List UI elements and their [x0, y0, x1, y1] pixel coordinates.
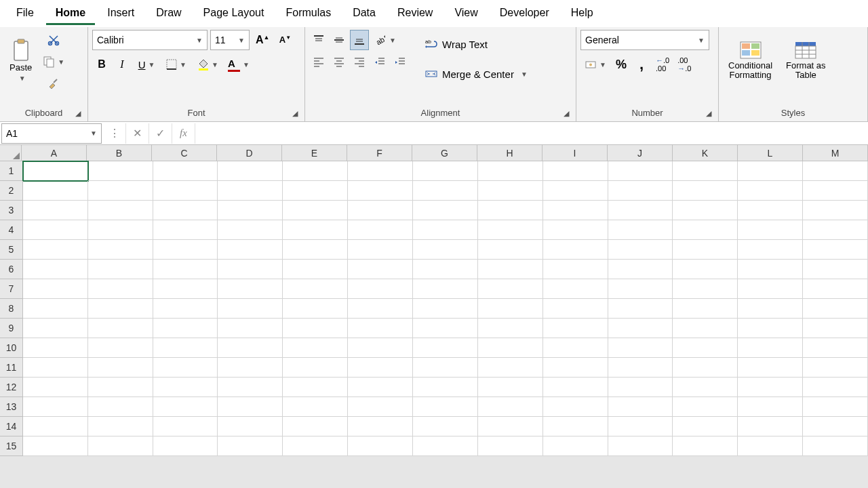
cell[interactable]	[348, 417, 413, 436]
cell[interactable]	[803, 338, 868, 358]
cell[interactable]	[413, 338, 478, 358]
comma-style-button[interactable]: ,	[632, 54, 651, 75]
cell[interactable]	[348, 240, 413, 260]
cell[interactable]	[413, 358, 478, 378]
cell[interactable]	[478, 181, 543, 201]
cell[interactable]	[153, 378, 218, 397]
cell[interactable]	[413, 181, 478, 201]
column-header[interactable]: J	[608, 145, 673, 161]
cell[interactable]	[803, 181, 868, 201]
wrap-text-button[interactable]: ab Wrap Text	[418, 30, 534, 58]
cell[interactable]	[88, 338, 153, 358]
cell[interactable]	[803, 397, 868, 417]
cell[interactable]	[738, 279, 803, 299]
cell[interactable]	[413, 397, 478, 417]
cell[interactable]	[218, 161, 283, 181]
cell[interactable]	[348, 260, 413, 279]
number-launcher[interactable]: ◢	[706, 109, 715, 119]
name-box[interactable]: A1 ▼	[1, 123, 102, 144]
column-header[interactable]: G	[412, 145, 477, 161]
cell[interactable]	[608, 181, 673, 201]
cell[interactable]	[673, 299, 738, 319]
cell[interactable]	[88, 240, 153, 260]
cell[interactable]	[608, 378, 673, 397]
cell[interactable]	[673, 260, 738, 279]
cell[interactable]	[153, 338, 218, 358]
orientation-button[interactable]: ab▼	[370, 30, 400, 50]
column-header[interactable]: M	[803, 145, 868, 161]
cell[interactable]	[153, 201, 218, 220]
cell[interactable]	[348, 436, 413, 456]
cell[interactable]	[543, 378, 608, 397]
align-middle-button[interactable]	[330, 30, 349, 50]
cell[interactable]	[88, 220, 153, 240]
tab-data[interactable]: Data	[343, 3, 385, 25]
cell[interactable]	[478, 220, 543, 240]
align-bottom-button[interactable]	[350, 30, 369, 50]
cell[interactable]	[478, 279, 543, 299]
row-header[interactable]: 9	[0, 319, 23, 338]
cell[interactable]	[543, 397, 608, 417]
cell[interactable]	[153, 240, 218, 260]
cell[interactable]	[218, 299, 283, 319]
cell[interactable]	[88, 260, 153, 279]
cell[interactable]	[608, 436, 673, 456]
tab-view[interactable]: View	[445, 3, 487, 25]
cell[interactable]	[153, 299, 218, 319]
column-header[interactable]: L	[738, 145, 803, 161]
cell[interactable]	[803, 260, 868, 279]
cell[interactable]	[88, 319, 153, 338]
cell[interactable]	[478, 161, 543, 181]
column-header[interactable]: D	[217, 145, 282, 161]
increase-decimal-button[interactable]: ←.0.00	[652, 54, 673, 75]
cancel-formula-button[interactable]: ✕	[126, 123, 149, 144]
cell[interactable]	[283, 240, 348, 260]
cell[interactable]	[673, 397, 738, 417]
row-header[interactable]: 13	[0, 397, 23, 417]
cell[interactable]	[738, 260, 803, 279]
cell[interactable]	[673, 319, 738, 338]
percent-style-button[interactable]: %	[612, 54, 631, 75]
column-header[interactable]: C	[152, 145, 217, 161]
format-as-table-button[interactable]: Format as Table	[781, 30, 831, 91]
cell[interactable]	[673, 436, 738, 456]
cell[interactable]	[218, 436, 283, 456]
cell[interactable]	[23, 319, 88, 338]
cell[interactable]	[608, 417, 673, 436]
font-name-dropdown[interactable]: Calibri ▼	[92, 30, 208, 50]
decrease-decimal-button[interactable]: .00→.0	[674, 54, 694, 75]
cell[interactable]	[23, 397, 88, 417]
cell[interactable]	[283, 378, 348, 397]
cell[interactable]	[413, 260, 478, 279]
cell[interactable]	[348, 378, 413, 397]
row-header[interactable]: 11	[0, 358, 23, 378]
cell[interactable]	[218, 201, 283, 220]
cell[interactable]	[673, 161, 738, 181]
font-color-button[interactable]: A ▼	[224, 54, 254, 75]
cell[interactable]	[543, 319, 608, 338]
cell[interactable]	[153, 161, 218, 181]
increase-font-size-button[interactable]: A▲	[252, 30, 273, 50]
cell[interactable]	[23, 260, 88, 279]
row-header[interactable]: 7	[0, 279, 23, 299]
cell[interactable]	[348, 299, 413, 319]
cell[interactable]	[803, 201, 868, 220]
cell[interactable]	[413, 436, 478, 456]
cell[interactable]	[478, 397, 543, 417]
cell[interactable]	[543, 358, 608, 378]
cell[interactable]	[88, 201, 153, 220]
row-header[interactable]: 15	[0, 436, 23, 456]
fill-color-button[interactable]: ▼	[193, 54, 222, 75]
cell[interactable]	[218, 260, 283, 279]
tab-draw[interactable]: Draw	[146, 3, 191, 25]
align-top-button[interactable]	[309, 30, 328, 50]
cell[interactable]	[23, 338, 88, 358]
cell[interactable]	[738, 338, 803, 358]
cell[interactable]	[673, 201, 738, 220]
cell[interactable]	[543, 338, 608, 358]
cell[interactable]	[23, 240, 88, 260]
alignment-launcher[interactable]: ◢	[564, 109, 573, 119]
cell[interactable]	[348, 181, 413, 201]
cell[interactable]	[673, 181, 738, 201]
cell[interactable]	[478, 338, 543, 358]
